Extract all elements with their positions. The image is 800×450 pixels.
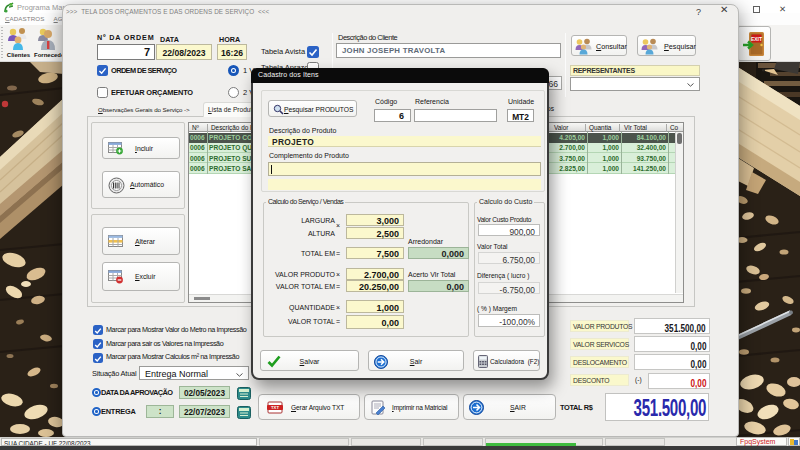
- svg-text:EXIT: EXIT: [751, 36, 762, 42]
- svg-text:TXT: TXT: [271, 405, 279, 410]
